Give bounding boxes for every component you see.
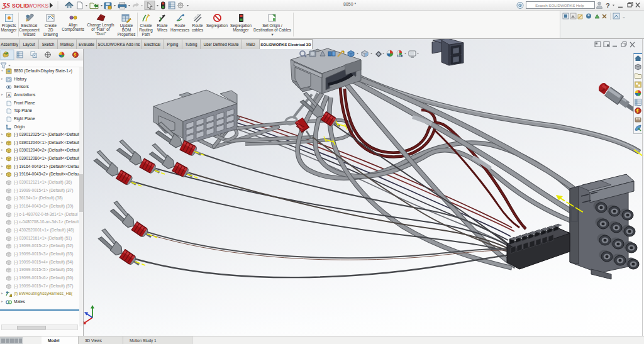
svg-text:SOLID: SOLID bbox=[12, 3, 29, 9]
svg-text:ƷS: ƷS bbox=[2, 1, 10, 9]
svg-text:WORKS: WORKS bbox=[28, 3, 49, 9]
svg-text:?: ? bbox=[606, 2, 610, 9]
svg-text:⌄: ⌄ bbox=[622, 14, 626, 19]
